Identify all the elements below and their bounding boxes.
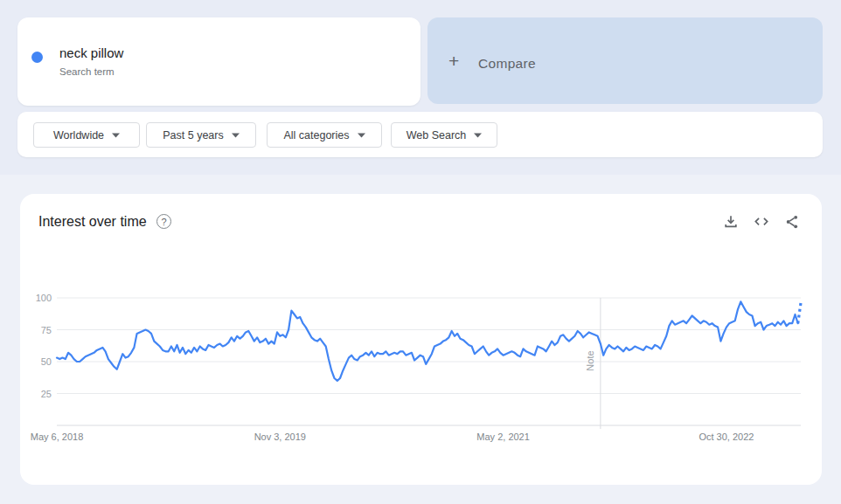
chevron-down-icon: [232, 133, 240, 138]
filter-search-type-dropdown[interactable]: Web Search: [391, 122, 497, 148]
filter-time-dropdown[interactable]: Past 5 years: [146, 122, 256, 148]
filter-search-type-label: Web Search: [407, 129, 467, 142]
chevron-down-icon: [112, 133, 120, 138]
help-icon[interactable]: ?: [156, 214, 171, 229]
trend-line: [57, 301, 798, 381]
chevron-down-icon: [474, 133, 482, 138]
add-comparison-button[interactable]: + Compare: [427, 17, 823, 104]
filter-time-label: Past 5 years: [163, 129, 223, 142]
chart-title: Interest over time: [38, 214, 147, 230]
interest-over-time-chart[interactable]: 255075100May 6, 2018Nov 3, 2019May 2, 20…: [20, 246, 822, 485]
trend-line-partial: [798, 303, 801, 323]
filter-region-label: Worldwide: [53, 129, 104, 142]
filter-region-dropdown[interactable]: Worldwide: [33, 122, 140, 148]
embed-icon[interactable]: [753, 213, 770, 231]
search-term-label: neck pillow: [59, 45, 123, 60]
y-axis-label: 100: [36, 293, 52, 303]
search-term-card[interactable]: neck pillow Search term: [17, 17, 420, 106]
plus-icon: +: [448, 51, 459, 72]
note-label: Note: [585, 350, 595, 370]
interest-over-time-card: Interest over time ?: [20, 194, 822, 485]
y-axis-label: 75: [41, 325, 52, 335]
filter-category-label: All categories: [283, 129, 349, 142]
chart-actions: [722, 213, 801, 231]
series-color-dot: [31, 52, 43, 63]
compare-label: Compare: [478, 56, 536, 72]
y-axis-label: 50: [41, 356, 52, 367]
share-icon[interactable]: [783, 213, 801, 231]
download-icon[interactable]: [722, 213, 740, 231]
chevron-down-icon: [358, 133, 365, 138]
y-axis-label: 25: [41, 389, 52, 399]
filter-bar: Worldwide Past 5 years All categories We…: [17, 112, 823, 157]
x-axis-label: May 2, 2021: [476, 432, 530, 442]
filter-category-dropdown[interactable]: All categories: [267, 122, 382, 148]
x-axis-label: May 6, 2018: [31, 432, 84, 442]
x-axis-label: Oct 30, 2022: [699, 432, 754, 442]
search-term-type: Search term: [59, 66, 115, 77]
google-trends-explore-page: neck pillow Search term + Compare Worldw…: [0, 0, 841, 504]
x-axis-label: Nov 3, 2019: [254, 432, 306, 442]
